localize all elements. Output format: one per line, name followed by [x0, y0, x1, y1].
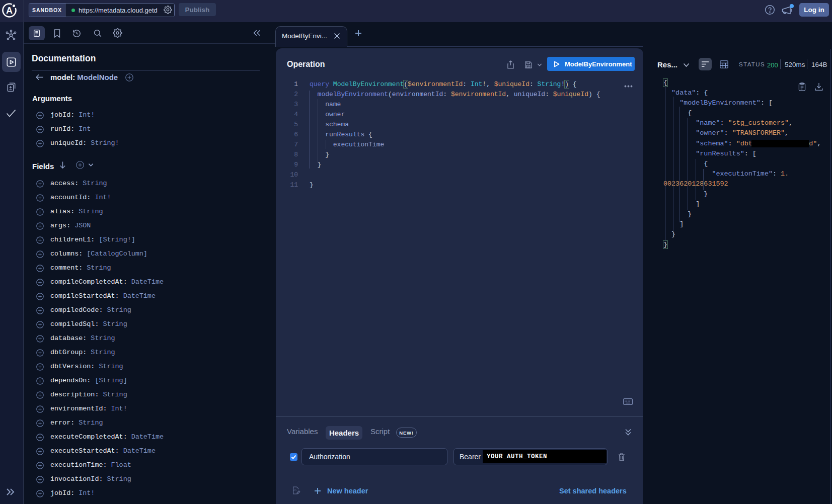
- svg-text:A: A: [6, 6, 13, 16]
